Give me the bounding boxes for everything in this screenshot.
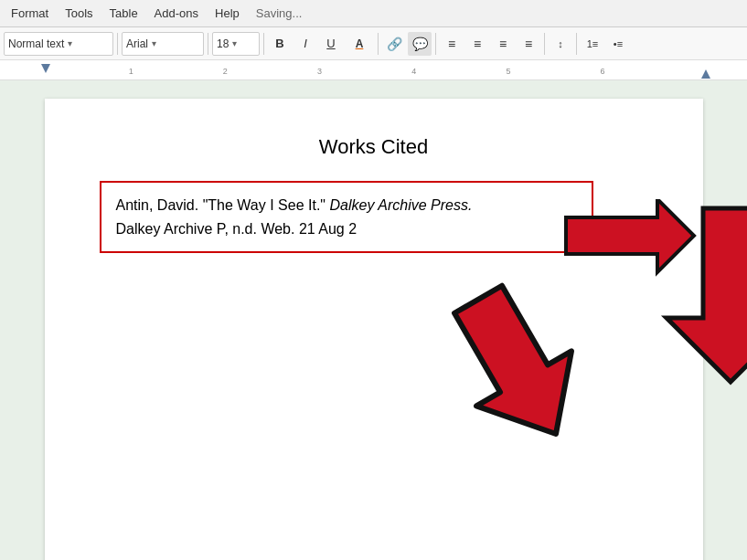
menu-help[interactable]: Help [208,3,247,24]
line-spacing-button[interactable]: ↕ [549,32,572,56]
align-right-button[interactable]: ≡ [491,32,515,56]
menu-bar: Format Tools Table Add-ons Help Saving..… [0,0,747,27]
separator-6 [544,33,545,55]
link-button[interactable]: 🔗 [382,32,406,56]
style-arrow-icon: ▾ [68,38,72,48]
ruler-mark-4: 4 [411,67,416,76]
bold-button[interactable]: B [268,32,292,56]
bullet-list-button[interactable]: •≡ [606,32,630,56]
saving-status: Saving... [256,6,303,20]
separator-5 [435,33,436,55]
svg-marker-3 [447,272,603,461]
menu-table[interactable]: Table [102,3,145,24]
citation-normal-text: Antin, David. "The Way I See It." [116,197,330,213]
underline-button[interactable]: U [319,32,343,56]
ruler: 1 2 3 4 5 6 [0,60,747,80]
ruler-mark-3: 3 [317,67,322,76]
ruler-mark-1: 1 [129,67,133,76]
comment-button[interactable]: 💬 [408,32,432,56]
align-justify-button[interactable]: ≡ [517,32,540,56]
style-label: Normal text [8,37,64,50]
menu-format[interactable]: Format [4,3,56,24]
svg-marker-0 [701,69,710,79]
arrow-overlay [447,259,685,537]
separator-1 [117,33,118,55]
page: Works Cited Antin, David. "The Way I See… [45,99,703,560]
font-arrow-icon: ▾ [152,38,156,48]
citation-line-1: Antin, David. "The Way I See It." Dalkey… [116,194,577,217]
color-letter: A [356,37,364,50]
toolbar: Normal text ▾ Arial ▾ 18 ▾ B I U A 🔗 💬 ≡… [0,27,747,60]
font-size-dropdown[interactable]: 18 ▾ [212,32,260,56]
ruler-mark-2: 2 [223,67,228,76]
size-label: 18 [217,37,229,50]
separator-7 [576,33,577,55]
paragraph-style-dropdown[interactable]: Normal text ▾ [4,32,113,56]
align-left-button[interactable]: ≡ [440,32,464,56]
citation-line-2: Dalkey Archive P, n.d. Web. 21 Aug 2 [116,217,577,241]
separator-3 [263,33,264,55]
ruler-marker-left [41,64,50,73]
pointer-arrow-svg [447,259,685,534]
font-label: Arial [126,37,148,50]
italic-button[interactable]: I [293,32,317,56]
document-area: Works Cited Antin, David. "The Way I See… [0,80,747,560]
ruler-mark-5: 5 [506,67,510,76]
citation-block: Antin, David. "The Way I See It." Dalkey… [100,181,593,253]
ruler-mark-6: 6 [601,67,605,76]
font-color-button[interactable]: A [345,32,374,56]
menu-tools[interactable]: Tools [58,3,100,24]
citation-italic-text: Dalkey Archive Press. [329,197,472,213]
ruler-end-marker [701,68,710,80]
separator-4 [378,33,379,55]
align-center-button[interactable]: ≡ [465,32,489,56]
separator-2 [208,33,208,55]
menu-addons[interactable]: Add-ons [147,3,206,24]
numbered-list-button[interactable]: 1≡ [581,32,604,56]
size-arrow-icon: ▾ [232,38,237,48]
font-name-dropdown[interactable]: Arial ▾ [122,32,204,56]
page-title: Works Cited [100,135,648,159]
